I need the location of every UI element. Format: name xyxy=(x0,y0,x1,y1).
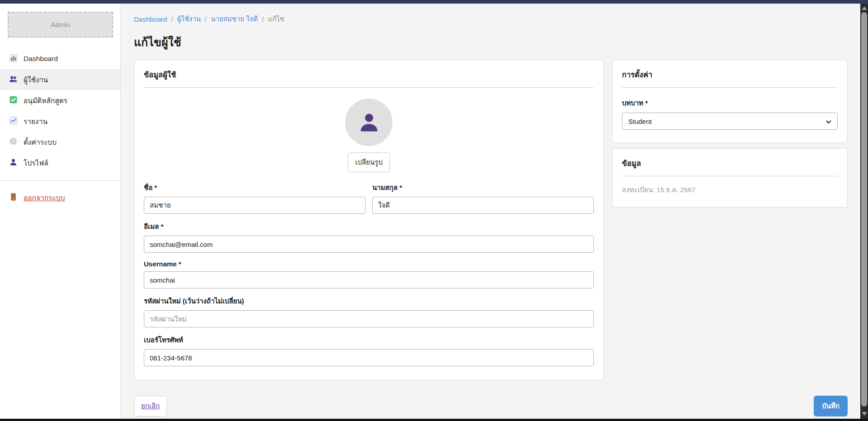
sidebar-item-label: Dashboard xyxy=(24,55,58,63)
scrollbar-thumb[interactable] xyxy=(861,12,867,407)
chart-line-icon xyxy=(9,116,18,127)
user-info-card-title: ข้อมูลผู้ใช้ xyxy=(144,60,594,88)
person-silhouette-icon xyxy=(357,111,381,134)
save-button[interactable]: บันทึก xyxy=(814,396,848,416)
role-selected-value: Student xyxy=(628,118,652,125)
change-photo-button[interactable]: เปลี่ยนรูป xyxy=(348,152,389,172)
sidebar-divider xyxy=(0,180,120,181)
sidebar-item-label: ผู้ใช้งาน xyxy=(24,74,48,85)
checkmark-icon xyxy=(9,95,18,106)
breadcrumb-users[interactable]: ผู้ใช้งาน xyxy=(177,14,201,24)
username-label: Username * xyxy=(144,260,594,268)
logout-label: ออกจากระบบ xyxy=(24,192,65,203)
avatar-block: เปลี่ยนรูป xyxy=(144,99,594,172)
content-row: ข้อมูลผู้ใช้ เปลี่ยนรูป xyxy=(134,60,848,380)
username-input[interactable] xyxy=(144,271,594,289)
info-card-title: ข้อมูล xyxy=(622,149,838,176)
first-name-input[interactable] xyxy=(144,197,365,214)
sidebar-item-users[interactable]: ผู้ใช้งาน xyxy=(0,69,120,90)
phone-input[interactable] xyxy=(144,349,594,366)
window-bottom-bar xyxy=(0,419,868,421)
breadcrumb-separator: / xyxy=(205,15,207,23)
password-label: รหัสผ่านใหม่ (เว้นว่างถ้าไม่เปลี่ยน) xyxy=(144,296,594,307)
door-icon xyxy=(9,193,18,203)
brand-label: Admin xyxy=(51,21,70,28)
avatar xyxy=(345,99,393,146)
name-row: ชื่อ * นามสกุล * xyxy=(144,182,594,221)
phone-field-group: เบอร์โทรศัพท์ xyxy=(144,335,594,366)
email-field-group: อีเมล * xyxy=(144,221,594,253)
scroll-up-arrow[interactable] xyxy=(862,6,867,10)
first-name-field-group: ชื่อ * xyxy=(144,182,365,214)
phone-label: เบอร์โทรศัพท์ xyxy=(144,335,594,345)
settings-card-title: การตั้งค่า xyxy=(622,60,838,88)
users-icon xyxy=(9,75,18,85)
settings-card-body: บทบาท * Student xyxy=(612,88,847,142)
user-info-card-body: เปลี่ยนรูป ชื่อ * นามสกุล * xyxy=(134,88,603,380)
first-name-label: ชื่อ * xyxy=(144,182,365,193)
scroll-down-arrow[interactable] xyxy=(862,412,867,416)
sidebar-item-system-settings[interactable]: ตั้งค่าระบบ xyxy=(0,132,120,152)
sidebar-item-profile[interactable]: โปรไฟล์ xyxy=(0,152,120,173)
new-password-input[interactable] xyxy=(144,310,594,327)
password-field-group: รหัสผ่านใหม่ (เว้นว่างถ้าไม่เปลี่ยน) xyxy=(144,296,594,327)
breadcrumb: Dashboard / ผู้ใช้งาน / นายสมชาย ใจดี / … xyxy=(134,14,848,24)
role-select[interactable]: Student xyxy=(622,113,838,130)
app-container: Admin Dashboard xyxy=(0,4,868,419)
logout-link[interactable]: ออกจากระบบ xyxy=(0,187,120,208)
breadcrumb-separator: / xyxy=(171,15,173,23)
info-card-body: ลงทะเบียน: 15 ธ.ค. 2567 xyxy=(612,176,847,207)
window-top-bar xyxy=(0,0,868,4)
vertical-scrollbar[interactable] xyxy=(860,4,868,419)
sidebar-item-label: โปรไฟล์ xyxy=(24,157,48,169)
sidebar: Admin Dashboard xyxy=(0,4,121,419)
last-name-label: นามสกุล * xyxy=(372,182,594,193)
gear-icon xyxy=(9,137,18,147)
email-label: อีเมล * xyxy=(144,221,594,232)
breadcrumb-separator: / xyxy=(262,15,264,23)
page-title: แก้ไขผู้ใช้ xyxy=(134,33,848,51)
dashboard-icon xyxy=(9,54,18,64)
form-actions: ยกเลิก บันทึก xyxy=(134,396,848,416)
right-column: การตั้งค่า บทบาท * Student xyxy=(612,60,848,208)
email-input[interactable] xyxy=(144,236,594,253)
last-name-field-group: นามสกุล * xyxy=(372,182,594,214)
breadcrumb-user-name[interactable]: นายสมชาย ใจดี xyxy=(211,14,258,24)
main-content: Dashboard / ผู้ใช้งาน / นายสมชาย ใจดี / … xyxy=(121,4,868,419)
registered-date-text: ลงทะเบียน: 15 ธ.ค. 2567 xyxy=(622,184,838,195)
left-column: ข้อมูลผู้ใช้ เปลี่ยนรูป xyxy=(134,60,604,380)
username-field-group: Username * xyxy=(144,260,594,289)
brand-logo-placeholder: Admin xyxy=(8,12,113,38)
person-icon xyxy=(9,158,18,168)
sidebar-item-dashboard[interactable]: Dashboard xyxy=(0,48,120,69)
settings-card: การตั้งค่า บทบาท * Student xyxy=(612,60,848,143)
sidebar-item-approve-courses[interactable]: อนุมัติหลักสูตร xyxy=(0,90,120,111)
sidebar-nav: Dashboard ผู้ใช้งาน อน xyxy=(0,48,120,173)
user-info-card: ข้อมูลผู้ใช้ เปลี่ยนรูป xyxy=(134,60,604,380)
sidebar-item-label: อนุมัติหลักสูตร xyxy=(24,95,67,106)
sidebar-item-label: รายงาน xyxy=(24,116,47,127)
last-name-input[interactable] xyxy=(372,197,594,214)
breadcrumb-current: แก้ไข xyxy=(268,14,285,24)
role-label: บทบาท * xyxy=(622,98,838,109)
chevron-down-icon xyxy=(826,118,831,125)
cancel-button[interactable]: ยกเลิก xyxy=(134,396,167,416)
sidebar-item-label: ตั้งค่าระบบ xyxy=(24,137,57,148)
info-card: ข้อมูล ลงทะเบียน: 15 ธ.ค. 2567 xyxy=(612,148,848,208)
sidebar-item-reports[interactable]: รายงาน xyxy=(0,111,120,132)
breadcrumb-dashboard[interactable]: Dashboard xyxy=(134,15,167,23)
